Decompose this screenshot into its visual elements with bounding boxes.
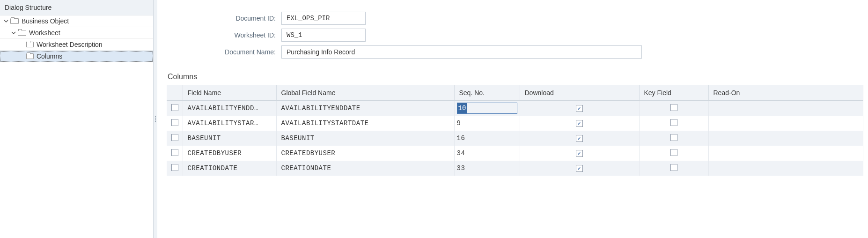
cell-field-name: AVAILABILITYENDD… xyxy=(183,101,276,116)
section-title-columns: Columns xyxy=(167,73,863,81)
col-header-key-field[interactable]: Key Field xyxy=(639,85,708,101)
col-header-seq-no[interactable]: Seq. No. xyxy=(454,85,520,101)
tree-label: Columns xyxy=(37,52,62,60)
row-select-checkbox[interactable] xyxy=(171,134,178,141)
seq-input[interactable]: 10 xyxy=(457,103,467,113)
col-header-global-field-name[interactable]: Global Field Name xyxy=(276,85,454,101)
cell-read-on xyxy=(708,146,863,161)
download-checkbox[interactable]: ✓ xyxy=(576,165,583,172)
worksheet-id-value: WS_1 xyxy=(281,29,366,42)
cell-read-on xyxy=(708,116,863,131)
download-checkbox[interactable]: ✓ xyxy=(576,150,583,157)
document-id-label: Document ID: xyxy=(167,15,281,22)
cell-seq-no[interactable]: 16 xyxy=(454,131,520,146)
col-header-download[interactable]: Download xyxy=(520,85,639,101)
col-header-field-name[interactable]: Field Name xyxy=(183,85,276,101)
tree-label: Worksheet Description xyxy=(37,41,103,48)
table-row[interactable]: AVAILABILITYSTAR…AVAILABILITYSTARTDATE9✓ xyxy=(167,116,863,131)
cell-global-field-name: AVAILABILITYSTARTDATE xyxy=(276,116,454,131)
grip-icon xyxy=(155,116,156,122)
cell-seq-no[interactable]: 33 xyxy=(454,161,520,176)
splitter-handle[interactable] xyxy=(154,0,157,238)
tree-item-business-object[interactable]: Business Object xyxy=(0,15,153,27)
col-header-read-on[interactable]: Read-On xyxy=(708,85,863,101)
seq-value[interactable]: 9 xyxy=(457,119,461,127)
key-field-checkbox[interactable] xyxy=(670,104,677,111)
key-field-checkbox[interactable] xyxy=(670,134,677,141)
tree-label: Business Object xyxy=(22,17,69,25)
download-checkbox[interactable]: ✓ xyxy=(576,120,583,127)
cell-global-field-name: CREATEDBYUSER xyxy=(276,146,454,161)
row-select-checkbox[interactable] xyxy=(171,149,178,156)
columns-table: Field Name Global Field Name Seq. No. Do… xyxy=(167,85,863,176)
cell-read-on xyxy=(708,161,863,176)
download-checkbox[interactable]: ✓ xyxy=(576,105,583,112)
main-content: Document ID: EXL_OPS_PIR Worksheet ID: W… xyxy=(157,0,868,238)
cell-seq-no[interactable]: 9 xyxy=(454,116,520,131)
key-field-checkbox[interactable] xyxy=(670,149,677,156)
seq-value[interactable]: 33 xyxy=(457,164,465,172)
cell-read-on xyxy=(708,131,863,146)
tree-label: Worksheet xyxy=(29,29,60,37)
folder-icon xyxy=(18,30,26,36)
cell-field-name: CREATIONDATE xyxy=(183,161,276,176)
tree-item-worksheet[interactable]: Worksheet xyxy=(0,27,153,39)
table-row[interactable]: BASEUNITBASEUNIT16✓ xyxy=(167,131,863,146)
row-select-checkbox[interactable] xyxy=(171,119,178,126)
cell-seq-no[interactable]: 34 xyxy=(454,146,520,161)
cell-field-name: AVAILABILITYSTAR… xyxy=(183,116,276,131)
tree-item-worksheet-description[interactable]: Worksheet Description xyxy=(0,39,153,51)
chevron-down-icon[interactable] xyxy=(10,30,17,36)
sidebar-title: Dialog Structure xyxy=(0,0,153,15)
folder-icon xyxy=(26,42,34,47)
cell-global-field-name: CREATIONDATE xyxy=(276,161,454,176)
dialog-tree: Business Object Worksheet Worksheet Desc… xyxy=(0,15,153,62)
dialog-structure-panel: Dialog Structure Business Object Workshe… xyxy=(0,0,154,238)
cell-global-field-name: BASEUNIT xyxy=(276,131,454,146)
document-name-label: Document Name: xyxy=(167,48,281,56)
seq-value[interactable]: 34 xyxy=(457,149,465,157)
key-field-checkbox[interactable] xyxy=(670,164,677,171)
download-checkbox[interactable]: ✓ xyxy=(576,135,583,142)
cell-global-field-name: AVAILABILITYENDDATE xyxy=(276,101,454,116)
cell-seq-no[interactable]: 10 xyxy=(454,101,520,116)
table-row[interactable]: CREATIONDATECREATIONDATE33✓ xyxy=(167,161,863,176)
row-select-checkbox[interactable] xyxy=(171,164,178,171)
chevron-down-icon[interactable] xyxy=(3,18,9,24)
table-row[interactable]: CREATEDBYUSERCREATEDBYUSER34✓ xyxy=(167,146,863,161)
worksheet-id-label: Worksheet ID: xyxy=(167,31,281,39)
folder-icon xyxy=(26,53,34,59)
header-form: Document ID: EXL_OPS_PIR Worksheet ID: W… xyxy=(167,12,863,59)
cell-read-on xyxy=(708,101,863,116)
tree-item-columns[interactable]: Columns xyxy=(0,51,153,62)
key-field-checkbox[interactable] xyxy=(670,119,677,126)
row-select-checkbox[interactable] xyxy=(171,104,178,111)
cell-field-name: CREATEDBYUSER xyxy=(183,146,276,161)
seq-value[interactable]: 16 xyxy=(457,134,465,142)
col-header-select[interactable] xyxy=(167,85,183,101)
folder-icon xyxy=(10,18,19,24)
document-name-value: Purchasing Info Record xyxy=(281,45,642,59)
cell-field-name: BASEUNIT xyxy=(183,131,276,146)
document-id-value: EXL_OPS_PIR xyxy=(281,12,366,25)
table-row[interactable]: AVAILABILITYENDD…AVAILABILITYENDDATE10✓ xyxy=(167,101,863,116)
